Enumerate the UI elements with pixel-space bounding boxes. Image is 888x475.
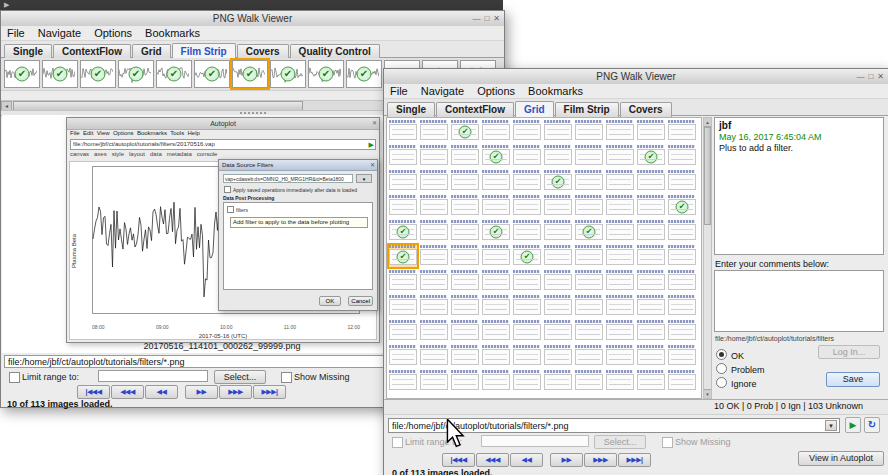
grid-thumb[interactable] bbox=[388, 269, 418, 293]
grid-thumb[interactable] bbox=[419, 319, 449, 343]
grid-thumb[interactable] bbox=[543, 244, 573, 268]
grid-scrollbar[interactable]: ▴ ▾ bbox=[703, 117, 712, 399]
grid-thumb[interactable] bbox=[419, 294, 449, 318]
grid-thumb[interactable] bbox=[419, 219, 449, 243]
grid-thumb[interactable] bbox=[512, 119, 542, 143]
grid-thumb[interactable] bbox=[419, 269, 449, 293]
front-tab-grid[interactable]: Grid bbox=[515, 101, 554, 117]
comment-textarea[interactable] bbox=[714, 270, 884, 332]
grid-thumb[interactable] bbox=[605, 294, 635, 318]
nav-next-page-button[interactable]: ▶▶▶ bbox=[584, 453, 617, 467]
grid-thumb[interactable] bbox=[667, 219, 697, 243]
grid-thumb[interactable] bbox=[543, 319, 573, 343]
grid-thumb[interactable] bbox=[450, 244, 480, 268]
filmstrip-thumb[interactable]: ✔ bbox=[118, 60, 154, 88]
grid-thumb[interactable] bbox=[450, 269, 480, 293]
nav-next-page-button[interactable]: ▶▶▶ bbox=[219, 385, 252, 399]
grid-thumb[interactable] bbox=[605, 119, 635, 143]
grid-thumb[interactable] bbox=[636, 244, 666, 268]
limit-range-field[interactable] bbox=[481, 435, 589, 447]
grid-thumb[interactable] bbox=[450, 369, 480, 393]
grid-thumb[interactable] bbox=[481, 244, 511, 268]
grid-thumb[interactable] bbox=[574, 269, 604, 293]
radio-ok[interactable]: OK bbox=[716, 345, 765, 358]
grid-thumb[interactable] bbox=[512, 269, 542, 293]
grid-thumb[interactable] bbox=[667, 144, 697, 168]
grid-thumb[interactable] bbox=[605, 144, 635, 168]
grid-thumb[interactable] bbox=[481, 369, 511, 393]
grid-thumb[interactable] bbox=[450, 294, 480, 318]
grid-thumb[interactable] bbox=[636, 119, 666, 143]
grid-thumb[interactable] bbox=[605, 194, 635, 218]
nav-first-button[interactable]: |◀◀◀ bbox=[442, 453, 475, 467]
grid-thumb[interactable]: ✔ bbox=[636, 144, 666, 168]
grid-thumb[interactable] bbox=[481, 119, 511, 143]
back-tab-quality-control[interactable]: Quality Control bbox=[290, 44, 380, 59]
grid-thumb[interactable]: ✔ bbox=[667, 194, 697, 218]
grid-thumb[interactable] bbox=[388, 144, 418, 168]
limit-range-checkbox[interactable] bbox=[9, 372, 20, 383]
grid-thumb[interactable] bbox=[667, 344, 697, 368]
front-titlebar[interactable]: PNG Walk Viewer —□✕ bbox=[384, 69, 888, 85]
grid-thumb[interactable] bbox=[574, 119, 604, 143]
grid-thumb[interactable] bbox=[450, 144, 480, 168]
grid-thumb[interactable]: ✔ bbox=[450, 119, 480, 143]
nav-prev-button[interactable]: ◀◀ bbox=[145, 385, 178, 399]
filmstrip-thumb[interactable]: ✔ bbox=[4, 60, 40, 88]
filmstrip-thumb[interactable]: ✔ bbox=[42, 60, 78, 88]
grid-thumb[interactable] bbox=[512, 294, 542, 318]
back-menu-options[interactable]: Options bbox=[94, 27, 132, 39]
front-menu-file[interactable]: File bbox=[390, 85, 408, 97]
grid-thumb[interactable] bbox=[450, 219, 480, 243]
grid-thumb[interactable] bbox=[543, 369, 573, 393]
grid-thumb[interactable] bbox=[512, 369, 542, 393]
grid-thumb[interactable] bbox=[574, 169, 604, 193]
grid-thumb[interactable] bbox=[605, 244, 635, 268]
nav-last-button[interactable]: ▶▶▶| bbox=[618, 453, 651, 467]
front-tab-contextflow[interactable]: ContextFlow bbox=[436, 102, 514, 117]
grid-thumb[interactable] bbox=[543, 194, 573, 218]
back-menu-file[interactable]: File bbox=[7, 27, 25, 39]
reload-button[interactable]: ↻ bbox=[864, 417, 880, 433]
grid-thumb[interactable] bbox=[636, 219, 666, 243]
grid-thumb[interactable] bbox=[574, 344, 604, 368]
limit-range-checkbox[interactable] bbox=[392, 437, 403, 448]
back-menu-navigate[interactable]: Navigate bbox=[38, 27, 81, 39]
front-menu-options[interactable]: Options bbox=[477, 85, 515, 97]
grid-thumb[interactable]: ✔ bbox=[481, 144, 511, 168]
grid-thumb[interactable] bbox=[667, 319, 697, 343]
nav-next-button[interactable]: ▶▶ bbox=[185, 385, 218, 399]
filmstrip-thumb[interactable]: ✔ bbox=[156, 60, 192, 88]
minimize-icon[interactable]: — bbox=[472, 14, 480, 23]
close-icon[interactable]: ✕ bbox=[493, 14, 500, 23]
nav-prev-page-button[interactable]: ◀◀◀ bbox=[476, 453, 509, 467]
grid-thumb[interactable] bbox=[419, 244, 449, 268]
grid-thumb[interactable] bbox=[574, 144, 604, 168]
nav-prev-page-button[interactable]: ◀◀◀ bbox=[111, 385, 144, 399]
maximize-icon[interactable]: □ bbox=[868, 72, 873, 81]
grid-thumb[interactable] bbox=[481, 344, 511, 368]
grid-thumb[interactable] bbox=[667, 269, 697, 293]
grid-thumb[interactable] bbox=[636, 294, 666, 318]
grid-thumb[interactable] bbox=[605, 344, 635, 368]
grid-thumb[interactable] bbox=[481, 269, 511, 293]
select-button[interactable]: Select... bbox=[594, 435, 646, 449]
nav-next-button[interactable]: ▶▶ bbox=[550, 453, 583, 467]
grid-thumb[interactable] bbox=[512, 344, 542, 368]
grid-thumb[interactable] bbox=[543, 119, 573, 143]
back-titlebar[interactable]: PNG Walk Viewer —□✕ bbox=[1, 11, 504, 27]
front-menu-navigate[interactable]: Navigate bbox=[421, 85, 464, 97]
grid-thumb[interactable] bbox=[512, 219, 542, 243]
select-button[interactable]: Select... bbox=[214, 370, 266, 384]
scroll-up-icon[interactable]: ▴ bbox=[704, 118, 711, 127]
grid-thumb[interactable] bbox=[388, 119, 418, 143]
view-in-autoplot-button[interactable]: View in Autoplot bbox=[798, 451, 884, 466]
go-button[interactable]: ▶ bbox=[845, 417, 861, 433]
scrollbar-thumb[interactable] bbox=[704, 127, 711, 225]
grid-thumb[interactable] bbox=[419, 369, 449, 393]
grid-thumb[interactable] bbox=[388, 194, 418, 218]
grid-thumb[interactable] bbox=[636, 194, 666, 218]
grid-thumb[interactable] bbox=[574, 294, 604, 318]
show-missing-checkbox[interactable] bbox=[662, 437, 673, 448]
front-menu-bookmarks[interactable]: Bookmarks bbox=[528, 85, 583, 97]
